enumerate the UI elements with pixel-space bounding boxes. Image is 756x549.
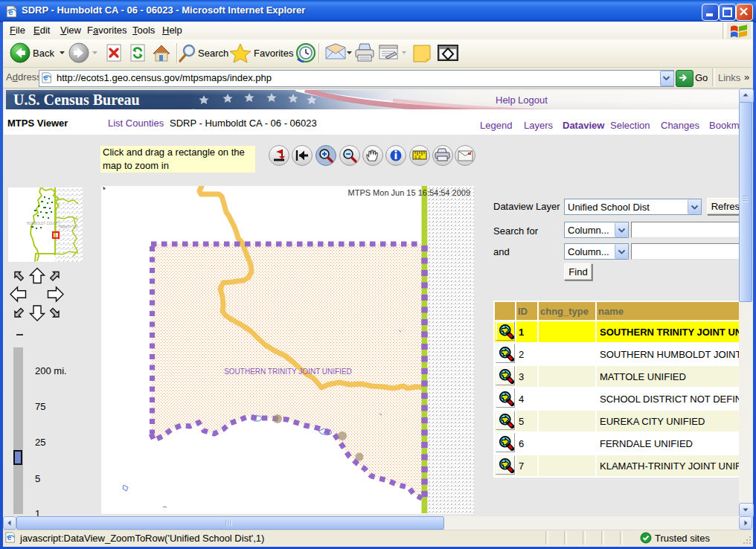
- svg-text:MTPS Mon Jun 15 16:54:54 2009: MTPS Mon Jun 15 16:54:54 2009: [348, 188, 471, 197]
- svg-text:e: e: [7, 533, 12, 542]
- svg-text:e: e: [8, 7, 13, 16]
- svg-text:Search: Search: [198, 48, 228, 59]
- svg-text:TRINITY CO: TRINITY CO: [59, 225, 78, 229]
- svg-text:U.S. Census Bureau: U.S. Census Bureau: [13, 92, 140, 108]
- svg-text:HUMBOLDT COUNTY: HUMBOLDT COUNTY: [27, 222, 60, 225]
- svg-text:SOUTHERN TRINITY JOINT UNIFIED: SOUTHERN TRINITY JOINT UNIFIED: [224, 367, 352, 376]
- svg-text:Back: Back: [33, 48, 54, 59]
- svg-text:e: e: [44, 74, 48, 82]
- svg-text:1 2: 1 2: [414, 155, 421, 159]
- svg-text:Favorites: Favorites: [254, 48, 294, 59]
